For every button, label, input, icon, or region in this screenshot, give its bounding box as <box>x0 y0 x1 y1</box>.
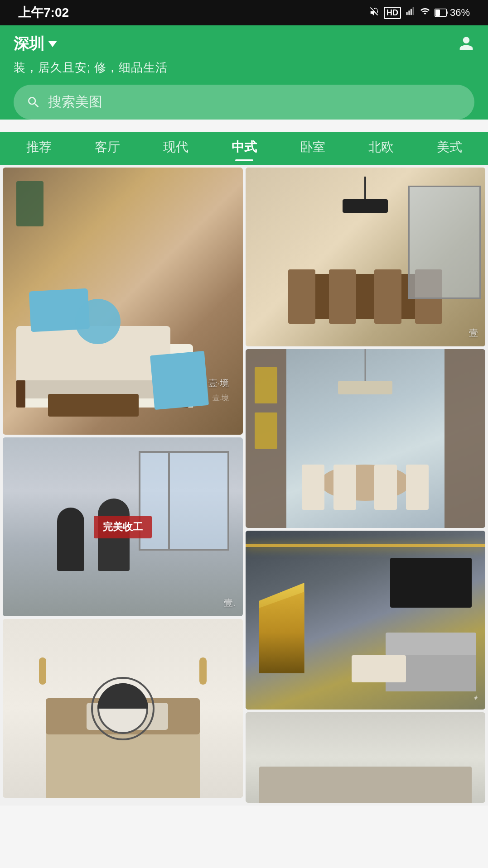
user-icon <box>458 35 474 52</box>
watermark-text-2: 壹. <box>224 597 236 609</box>
tab-living-room[interactable]: 客厅 <box>73 132 141 165</box>
svg-rect-2 <box>411 9 412 15</box>
list-item[interactable] <box>3 619 243 798</box>
svg-rect-5 <box>435 10 440 16</box>
tab-nordic[interactable]: 北欧 <box>347 132 415 165</box>
chevron-down-icon <box>48 41 57 47</box>
right-column: 壹 <box>246 168 486 803</box>
search-placeholder: 搜索美图 <box>48 93 462 111</box>
tab-bedroom[interactable]: 卧室 <box>278 132 347 165</box>
list-item[interactable]: 壹·境 壹.境 <box>3 168 243 435</box>
status-icons: HD 36% <box>369 6 470 19</box>
list-item[interactable] <box>246 712 486 803</box>
svg-rect-3 <box>413 7 414 15</box>
search-icon <box>26 95 41 110</box>
completion-banner: 完美收工 <box>94 516 152 538</box>
watermark-text-3: 壹 <box>469 327 478 339</box>
image-grid: 壹·境 壹.境 完美收工 壹. <box>0 165 488 806</box>
list-item[interactable]: 完美收工 壹. <box>3 437 243 616</box>
left-column: 壹·境 壹.境 完美收工 壹. <box>3 168 243 803</box>
svg-rect-0 <box>406 12 408 15</box>
wifi-icon <box>420 6 430 19</box>
tab-modern[interactable]: 现代 <box>141 132 210 165</box>
hd-badge: HD <box>384 7 401 19</box>
svg-rect-1 <box>408 10 410 15</box>
tab-bar: 推荐 客厅 现代 中式 卧室 北欧 美式 <box>0 132 488 165</box>
status-bar: 上午7:02 HD 36% <box>0 0 488 25</box>
search-bar[interactable]: 搜索美图 <box>14 85 474 120</box>
list-item[interactable] <box>246 349 486 528</box>
header: 深圳 装，居久且安; 修，细品生活 搜索美图 <box>0 25 488 120</box>
status-time: 上午7:02 <box>18 4 69 21</box>
tagline: 装，居久且安; 修，细品生活 <box>14 60 474 76</box>
wall-art <box>91 677 155 740</box>
location-button[interactable]: 深圳 <box>14 34 57 54</box>
battery-icon: 36% <box>435 7 470 19</box>
tab-recommended[interactable]: 推荐 <box>5 132 73 165</box>
location-text: 深圳 <box>14 34 44 54</box>
user-profile-button[interactable] <box>458 35 474 53</box>
tab-american[interactable]: 美式 <box>415 132 483 165</box>
tab-chinese-style[interactable]: 中式 <box>210 132 278 165</box>
list-item[interactable]: 壹 <box>246 168 486 346</box>
list-item[interactable]: ✦ <box>246 531 486 710</box>
watermark-text: 壹·境 <box>208 377 229 389</box>
mute-icon <box>369 6 379 19</box>
signal-icon <box>406 6 416 19</box>
